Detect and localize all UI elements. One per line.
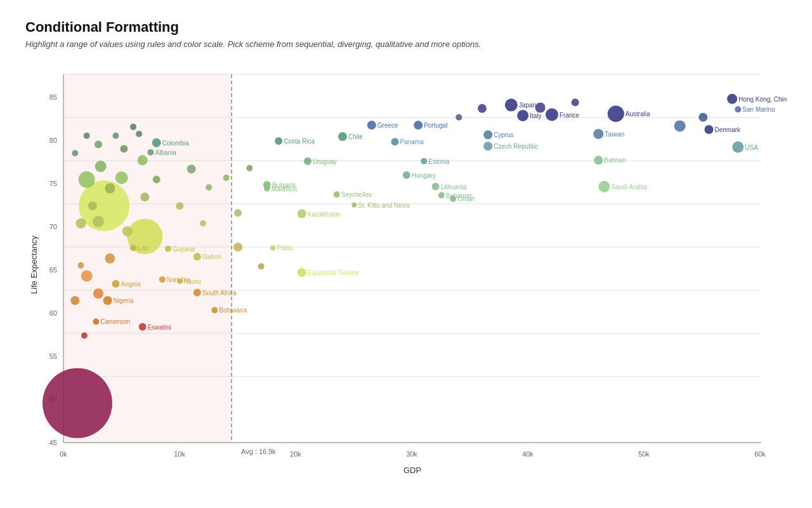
bubble-label: Oman	[457, 196, 475, 203]
bubble	[478, 104, 487, 113]
bubble-label: Lao	[138, 244, 148, 251]
named-bubble	[112, 280, 120, 288]
bubble-label: Namibia	[167, 276, 190, 283]
named-bubble	[304, 157, 311, 165]
bubble	[105, 184, 115, 194]
named-bubble	[367, 121, 376, 130]
bubble	[572, 98, 579, 106]
named-bubble	[159, 276, 166, 283]
named-bubble	[517, 110, 528, 121]
bubble	[79, 171, 95, 188]
scatter-plot: Avg : 16.9k 0k 10k 20k 30k 40k 50k 60k 4…	[25, 55, 787, 487]
named-bubble	[735, 106, 741, 112]
bubble	[234, 209, 242, 217]
bubble-label: Botswana	[219, 307, 247, 314]
bubble	[153, 176, 160, 184]
named-bubble	[505, 98, 518, 111]
x-tick-10k: 10k	[174, 450, 185, 458]
bubble	[200, 220, 206, 227]
bubble	[258, 263, 265, 269]
named-bubble	[165, 246, 171, 252]
bubble	[88, 201, 97, 210]
y-axis-label: Life Expectancy	[29, 236, 39, 294]
named-bubble	[264, 185, 270, 192]
named-bubble	[351, 203, 357, 208]
bubble-label: Seychelles	[341, 191, 372, 198]
bubble	[81, 333, 88, 339]
bubble	[84, 133, 90, 139]
bubble-label: Cameroon	[100, 318, 130, 325]
named-bubble	[334, 191, 340, 197]
named-bubble	[438, 192, 445, 199]
named-bubble	[593, 129, 603, 139]
bubble	[187, 164, 196, 173]
y-tick-55: 55	[49, 352, 57, 360]
bubble-label: Mauritius	[272, 185, 298, 192]
page-subtitle: Highlight a range of values using rules …	[25, 39, 787, 49]
bubble-label: Costa Rica	[284, 138, 315, 145]
chart-container: Avg : 16.9k 0k 10k 20k 30k 40k 50k 60k 4…	[25, 55, 787, 487]
bubble-label: Kazakhstan	[308, 211, 341, 218]
named-bubble	[732, 142, 743, 153]
bubble	[78, 262, 84, 269]
bubble	[130, 124, 136, 130]
named-bubble	[338, 132, 347, 141]
bubble	[81, 271, 93, 282]
bubble-label: Australia	[625, 110, 650, 117]
x-tick-30k: 30k	[406, 450, 417, 458]
named-bubble	[727, 94, 737, 104]
named-bubble	[298, 210, 306, 218]
bubble-label: Hungary	[412, 172, 436, 179]
bubble	[72, 150, 78, 156]
bubble-label: Palau	[277, 244, 293, 251]
named-bubble	[275, 137, 282, 145]
named-bubble	[391, 138, 399, 145]
named-bubble	[546, 109, 558, 121]
bubble	[233, 243, 242, 251]
bubble-label: Albania	[155, 149, 177, 156]
named-bubble	[148, 149, 154, 156]
bubble-label: Greece	[377, 122, 398, 129]
bubble	[95, 161, 107, 172]
x-tick-60k: 60k	[754, 450, 766, 458]
bubble	[223, 175, 230, 181]
named-bubble	[608, 105, 624, 122]
named-bubble	[432, 183, 440, 190]
named-bubble	[193, 253, 201, 260]
bubble-label: Colombia	[162, 140, 190, 147]
x-tick-0: 0k	[60, 450, 67, 458]
named-bubble	[483, 130, 492, 139]
bubble-label: St. Kitts and Nevis	[358, 202, 410, 209]
bubble	[76, 218, 86, 229]
bubble-label: Eswatini	[148, 324, 171, 331]
bubble	[138, 155, 148, 165]
x-tick-50k: 50k	[638, 450, 650, 458]
x-axis-label: GDP	[403, 465, 421, 475]
bubble-label: Guyana	[173, 246, 195, 253]
bubble	[79, 180, 129, 231]
y-tick-60: 60	[49, 309, 57, 317]
bubble-label: Hong Kong, China	[738, 96, 787, 103]
bubble-label: Taiwan	[605, 131, 624, 138]
bubble-label: USA	[745, 144, 758, 151]
bubble	[246, 165, 252, 171]
bubble-label: Portugal	[424, 122, 447, 129]
named-bubble	[421, 158, 427, 164]
bubble	[43, 368, 112, 438]
bubble	[113, 133, 119, 139]
bubble	[122, 226, 133, 236]
bubble-label: South Africa	[202, 290, 237, 297]
bubble	[70, 296, 79, 305]
named-bubble	[599, 181, 610, 192]
bubble-label: Denmark	[715, 126, 742, 133]
bubble	[176, 202, 183, 210]
y-tick-85: 85	[49, 93, 57, 101]
named-bubble	[130, 244, 136, 251]
bubble-label: Angola	[121, 281, 141, 288]
named-bubble	[414, 121, 422, 130]
bubble	[115, 171, 128, 184]
named-bubble	[705, 125, 714, 134]
x-tick-40k: 40k	[522, 450, 534, 458]
bubble	[95, 140, 102, 148]
y-tick-80: 80	[49, 137, 57, 144]
